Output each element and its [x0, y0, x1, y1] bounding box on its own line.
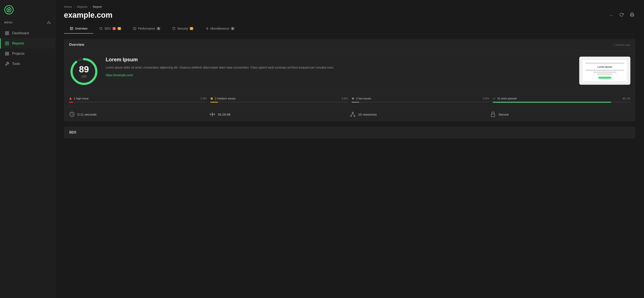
- stat-size-value: 54.26 kB: [218, 113, 230, 116]
- svg-point-38: [350, 116, 352, 117]
- overview-description: Lorem ipsum dolor sit amet, consectetur …: [106, 65, 572, 70]
- sidebar-menu-label: MENU: [0, 19, 55, 28]
- svg-rect-15: [70, 27, 73, 30]
- print-button[interactable]: [629, 11, 636, 19]
- breadcrumb-reports[interactable]: Reports: [77, 5, 88, 8]
- tools-icon: [5, 62, 9, 66]
- issue-medium-label: 2 medium issues: [215, 97, 236, 100]
- performance-badge-1: 1: [157, 27, 160, 30]
- scale-icon: [210, 111, 216, 117]
- tab-miscellaneous[interactable]: Miscellaneous 1: [199, 24, 240, 34]
- tab-overview[interactable]: Overview: [64, 24, 93, 34]
- stats-row: 0.11 seconds 54.26 kB: [64, 107, 636, 122]
- header-actions: ···: [608, 11, 636, 19]
- preview-browser-bar: [585, 63, 624, 64]
- breadcrumb-report: Report: [93, 5, 102, 8]
- issue-medium-bar-fill: [210, 102, 218, 103]
- sidebar-tools-label: Tools: [12, 62, 20, 66]
- issue-low-bar-fill: [352, 102, 359, 103]
- reports-icon: [5, 41, 9, 45]
- clock-icon: [69, 111, 75, 117]
- site-preview: Lorem Ipsum: [579, 57, 630, 85]
- preview-inner: Lorem Ipsum: [583, 60, 627, 81]
- breadcrumb-sep-1: ›: [74, 5, 75, 8]
- issue-high-label: 1 high issue: [74, 97, 88, 100]
- settings-icon[interactable]: [47, 20, 51, 25]
- svg-rect-42: [491, 114, 495, 117]
- issue-passed-pct: 86.1%: [622, 97, 630, 100]
- tab-security[interactable]: Security 1: [166, 24, 199, 34]
- svg-rect-14: [631, 15, 633, 16]
- stat-secure: Secure: [490, 111, 630, 117]
- sidebar-nav: Dashboard Reports Projects Tools: [0, 28, 55, 69]
- tab-misc-label: Miscellaneous: [210, 27, 229, 30]
- tab-seo[interactable]: SEO 1 1: [93, 24, 127, 34]
- preview-button: [598, 77, 611, 79]
- sidebar-item-projects[interactable]: Projects: [0, 48, 55, 59]
- page-title-row: example.com ···: [64, 11, 636, 19]
- site-name: Lorem Ipsum: [106, 57, 572, 63]
- overview-icon: [70, 27, 73, 30]
- sidebar-dashboard-label: Dashboard: [12, 31, 29, 35]
- issue-passed-bar-fill: [492, 102, 611, 103]
- warning-icon: [69, 97, 72, 100]
- tab-performance-label: Performance: [138, 27, 155, 30]
- issue-low-bar: [352, 102, 489, 103]
- overview-section: Overview 7 minutes ago 89 100: [64, 39, 636, 122]
- stat-resources: 15 resources: [350, 111, 490, 117]
- stat-time: 0.11 seconds: [69, 111, 210, 117]
- seo-section-title: SEO: [69, 130, 76, 134]
- refresh-button[interactable]: [618, 11, 625, 19]
- score-number: 89: [79, 65, 89, 74]
- svg-rect-6: [6, 32, 7, 33]
- misc-badge-1: 1: [231, 27, 234, 30]
- sidebar-reports-label: Reports: [12, 41, 24, 45]
- svg-point-3: [48, 21, 50, 22]
- svg-point-37: [352, 112, 353, 113]
- lock-icon: [490, 111, 496, 117]
- security-badge-1: 1: [190, 27, 193, 30]
- svg-point-32: [352, 97, 354, 99]
- overview-card: 89 100 Lorem Ipsum Lorem ipsum dolor sit…: [64, 51, 636, 93]
- seo-section: SEO: [64, 127, 636, 138]
- breadcrumb-sep-2: ›: [90, 5, 91, 8]
- tab-security-label: Security: [177, 27, 188, 30]
- score-circle: 89 100: [69, 57, 99, 86]
- dashboard-icon: [5, 31, 9, 35]
- sidebar-item-reports[interactable]: Reports: [0, 38, 55, 48]
- breadcrumb-home[interactable]: Home: [64, 5, 72, 8]
- issue-passed-bar: [492, 102, 630, 103]
- print-icon: [630, 12, 634, 17]
- score-text: 89 100: [79, 65, 89, 78]
- svg-point-39: [354, 116, 355, 117]
- svg-line-40: [351, 113, 352, 116]
- security-icon: [172, 27, 176, 30]
- sidebar-item-tools[interactable]: Tools: [0, 59, 55, 69]
- medium-icon: [210, 97, 213, 100]
- svg-line-41: [353, 113, 354, 116]
- content-area: Overview 7 minutes ago 89 100: [56, 34, 644, 147]
- seo-icon: [99, 27, 103, 30]
- sidebar-projects-label: Projects: [12, 52, 24, 55]
- overview-url[interactable]: https://example.com/: [106, 73, 133, 77]
- overview-section-header: Overview 7 minutes ago: [64, 39, 636, 51]
- svg-rect-7: [8, 32, 9, 33]
- svg-rect-8: [6, 34, 7, 35]
- projects-icon: [5, 51, 9, 56]
- preview-line-2: [593, 72, 616, 73]
- tab-performance[interactable]: Performance 1: [127, 24, 166, 34]
- issue-medium: 2 medium issues 5.6%: [210, 97, 348, 103]
- stat-time-value: 0.11 seconds: [78, 113, 96, 116]
- score-total: 100: [79, 75, 89, 78]
- performance-icon: [133, 27, 136, 30]
- sidebar-item-dashboard[interactable]: Dashboard: [0, 28, 55, 38]
- tab-seo-label: SEO: [104, 27, 111, 30]
- logo: [0, 0, 55, 19]
- issue-passed: 31 tests passed 86.1%: [492, 97, 630, 103]
- refresh-icon: [619, 12, 624, 17]
- overview-info: Lorem Ipsum Lorem ipsum dolor sit amet, …: [106, 57, 572, 77]
- svg-point-18: [100, 27, 102, 29]
- preview-line-3: [597, 74, 613, 74]
- issue-high-bar-fill: [69, 102, 73, 103]
- more-options-button[interactable]: ···: [608, 11, 614, 19]
